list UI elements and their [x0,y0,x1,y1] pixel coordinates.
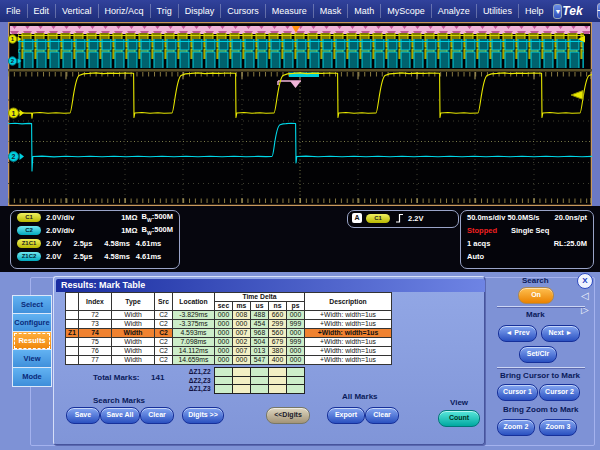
set-clear-mark-button[interactable]: Set/Clr [519,346,557,363]
save-all-button[interactable]: Save All [100,407,140,424]
col-time-delta: Time Delta [215,293,305,302]
sidebar-tab-configure[interactable]: Configure [12,313,52,333]
total-marks-value: 141 [151,373,164,382]
sidebar-tab-select[interactable]: Select [12,295,52,315]
ch2-bandwidth: BW:500M [142,225,173,236]
cursor2-button[interactable]: Cursor 2 [539,384,580,401]
col-ms: ms [233,302,251,311]
mark-row-72[interactable]: 72 WidthC2 -3.829ms 000008 488660 000+Wi… [66,311,392,320]
search-label: Search [522,276,549,285]
page-left-arrow[interactable]: ◁ [581,291,589,301]
panel-separator-2 [497,367,585,368]
delta-z1z2-label: ΔZ1,Z2 [172,368,214,377]
minimize-button[interactable]: — [597,3,600,19]
prev-mark-button[interactable]: ◄ Prev [498,325,537,342]
application-window: File Edit Vertical Horiz/Acq Trig Displa… [0,0,600,450]
menu-overflow-button[interactable]: ▼ [553,4,562,19]
zoom2-button[interactable]: Zoom 2 [497,419,535,436]
count-button[interactable]: Count [438,410,480,427]
search-marks-label: Search Marks [93,396,145,405]
clear-search-marks-button[interactable]: Clear [140,407,174,424]
menu-analyze[interactable]: Analyze [432,4,477,18]
ch1-badge: C1 [17,213,41,222]
menu-cursors[interactable]: Cursors [221,4,266,18]
readout-strip: C1 2.0V/div 1MΩ BW:500M C2 2.0V/div 1MΩ … [0,206,600,272]
sidebar-tab-mode[interactable]: Mode [12,367,52,387]
menu-edit[interactable]: Edit [28,4,57,18]
record-length: RL:25.0M [554,239,587,248]
mark-label: Mark [526,310,545,319]
acq-status: Stopped [467,226,497,235]
total-marks-label: Total Marks: [93,373,140,382]
ch2-badge: C2 [17,226,41,235]
ch2-impedance: 1MΩ [121,226,137,235]
trigger-a-badge: A [352,213,362,223]
z1c2-t2: 4.58ms [104,252,129,261]
all-marks-label: All Marks [342,392,378,401]
delta-z2z3-label: ΔZ2,Z3 [172,376,214,385]
menu-mask[interactable]: Mask [314,4,349,18]
zoom3-button[interactable]: Zoom 3 [539,419,577,436]
export-button[interactable]: Export [327,407,365,424]
ch1-readout[interactable]: C1 2.0V/div 1MΩ BW:500M [11,211,179,224]
menu-trig[interactable]: Trig [151,4,179,18]
sidebar-tab-view[interactable]: View [12,349,52,369]
tek-logo: Tek [562,4,596,18]
z1c2-badge: Z1C2 [17,252,41,261]
z1c1-t3: 4.61ms [136,239,161,248]
panel-close-button[interactable]: X [577,273,593,289]
menu-horiz-acq[interactable]: Horiz/Acq [99,4,151,18]
waveform-overview [18,33,585,68]
z1c1-scale: 2.0V [46,239,61,248]
ch1-impedance: 1MΩ [121,213,137,222]
col-index: Index [79,293,112,311]
acq-mode: Single Seq [511,226,549,235]
trigger-readout-box[interactable]: A C1 2.2V [347,210,459,228]
menu-help[interactable]: Help [519,4,550,18]
cursor1-button[interactable]: Cursor 1 [497,384,538,401]
clear-all-marks-button[interactable]: Clear [365,407,399,424]
z1c1-readout[interactable]: Z1C1 2.0V 2.5µs 4.58ms 4.61ms [11,237,179,250]
menu-file[interactable]: File [0,4,28,18]
rising-edge-icon [395,213,404,223]
ch1-scale: 2.0V/div [46,213,74,222]
bring-zoom-label: Bring Zoom to Mark [503,405,579,414]
trigger-source-badge: C1 [366,214,390,223]
z1c2-readout[interactable]: Z1C2 2.0V 2.5µs 4.58ms 4.61ms [11,250,179,263]
digits-collapse-button[interactable]: <<Digits [266,407,310,424]
menu-measure[interactable]: Measure [266,4,314,18]
digits-expand-button[interactable]: Digits >> [182,407,224,424]
mark-row-73[interactable]: 73 WidthC2 -3.375ms 000000 454299 999+Wi… [66,320,392,329]
mark-row-75[interactable]: 75 WidthC2 7.098ms 000002 504679 999+Wid… [66,338,392,347]
z1c1-badge: Z1C1 [17,239,41,248]
save-button[interactable]: Save [66,407,100,424]
channel-readout-box: C1 2.0V/div 1MΩ BW:500M C2 2.0V/div 1MΩ … [10,210,180,269]
menu-math[interactable]: Math [348,4,381,18]
ch2-readout[interactable]: C2 2.0V/div 1MΩ BW:500M [11,224,179,237]
delta-table: ΔZ1,Z2 ΔZ2,Z3 ΔZ1,Z3 [172,367,305,394]
col-us: us [251,302,269,311]
sidebar-tab-results[interactable]: Results [12,331,52,351]
search-on-button[interactable]: On [518,287,554,304]
mark-row-76[interactable]: 76 WidthC2 14.112ms 000007 013380 000+Wi… [66,347,392,356]
control-area: Select Configure Results View Mode Resul… [0,272,600,450]
mark-table-dialog: Results: Mark Table Index Type Src Locat… [53,276,485,445]
view-label: View [450,398,468,407]
z1c2-t1: 2.5µs [73,252,92,261]
next-mark-button[interactable]: Next ► [541,325,580,342]
dialog-title: Results: Mark Table [56,279,485,292]
bring-cursor-label: Bring Cursor to Mark [500,371,580,380]
mark-row-77[interactable]: 77 WidthC2 14.659ms 000000 547400 000+Wi… [66,356,392,365]
scope-section: 1 2 [0,22,600,206]
col-location: Location [173,293,215,311]
menu-myscope[interactable]: MyScope [381,4,432,18]
z1c1-t2: 4.58ms [104,239,129,248]
menu-utilities[interactable]: Utilities [477,4,519,18]
mark-row-74-selected[interactable]: Z174 WidthC2 4.593ms 000007 968560 000+W… [66,329,392,338]
trigger-mode: Auto [467,252,484,261]
col-ns: ns [269,302,287,311]
menu-vertical[interactable]: Vertical [56,4,99,18]
menu-display[interactable]: Display [179,4,222,18]
col-src: Src [155,293,173,311]
svg-text:1: 1 [12,110,16,117]
